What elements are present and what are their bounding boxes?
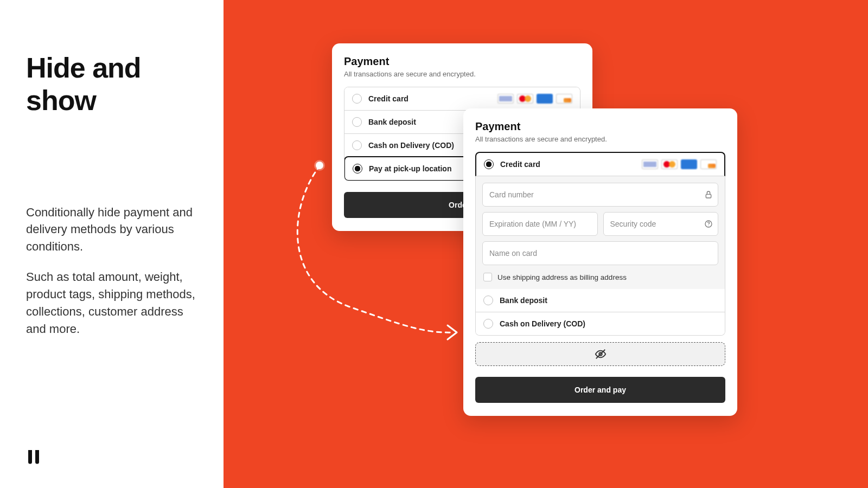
mastercard-icon [517,94,533,104]
option-label: Cash on Delivery (COD) [500,319,585,328]
billing-address-checkbox-row[interactable]: Use shipping address as billing address [482,271,718,282]
card-brand-logos [642,159,717,169]
right-canvas: Payment All transactions are secure and … [224,0,868,488]
description-para-1: Conditionally hide payment and delivery … [26,204,197,256]
security-code-field[interactable] [603,212,719,236]
card-brand-logos [497,94,572,104]
option-label: Credit card [500,160,540,169]
brand-logo [26,448,197,466]
connector-start-dot [316,162,323,169]
svg-point-2 [708,226,709,226]
option-label: Bank deposit [500,296,547,305]
name-on-card-field[interactable] [482,241,718,265]
payment-option-cod[interactable]: Cash on Delivery (COD) [476,312,725,335]
expiration-input[interactable] [482,212,598,236]
amex-icon [681,159,697,169]
option-label: Credit card [368,94,409,103]
discover-icon [556,94,572,104]
radio-checked-icon [484,159,494,169]
card-number-field[interactable] [482,183,718,207]
description: Conditionally hide payment and delivery … [26,204,197,338]
option-label: Pay at pick-up location [369,164,451,173]
option-label: Cash on Delivery (COD) [368,141,454,150]
left-panel: Hide and show Conditionally hide payment… [0,0,224,488]
name-on-card-input[interactable] [482,241,718,265]
payment-options-rest: Bank deposit Cash on Delivery (COD) [475,289,725,336]
payment-option-credit-card[interactable]: Credit card [475,152,725,176]
button-label: Order and pay [575,386,626,394]
page-title: Hide and show [26,52,197,117]
description-para-2: Such as total amount, weight, product ta… [26,268,197,338]
checkbox-icon[interactable] [483,273,492,281]
order-and-pay-button[interactable]: Order and pay [475,377,725,403]
hidden-method-placeholder [475,342,725,366]
card-title: Payment [344,55,580,68]
security-code-input[interactable] [603,212,719,236]
option-label: Bank deposit [368,118,416,126]
radio-icon [352,94,362,104]
card-subtitle: All transactions are secure and encrypte… [344,70,580,78]
logo-icon [26,448,41,464]
radio-icon [352,140,362,150]
radio-icon [483,296,493,305]
svg-rect-0 [706,194,711,198]
card-title: Payment [475,120,725,133]
credit-card-form: Use shipping address as billing address [475,176,725,289]
payment-card-after: Payment All transactions are secure and … [463,108,737,416]
amex-icon [537,94,553,104]
radio-icon [352,117,362,127]
expiration-field[interactable] [482,212,598,236]
help-icon[interactable] [704,220,713,228]
payment-option-credit-card[interactable]: Credit card [344,87,580,110]
card-subtitle: All transactions are secure and encrypte… [475,135,725,143]
payment-option-bank-deposit[interactable]: Bank deposit [476,289,725,312]
visa-icon [642,159,658,169]
radio-icon [483,319,493,329]
card-number-input[interactable] [482,183,718,207]
mastercard-icon [661,159,678,169]
eye-off-icon [595,348,607,360]
radio-checked-icon [353,164,362,174]
lock-icon [704,190,713,199]
checkbox-label: Use shipping address as billing address [497,273,627,281]
visa-icon [497,94,514,104]
discover-icon [700,159,717,169]
